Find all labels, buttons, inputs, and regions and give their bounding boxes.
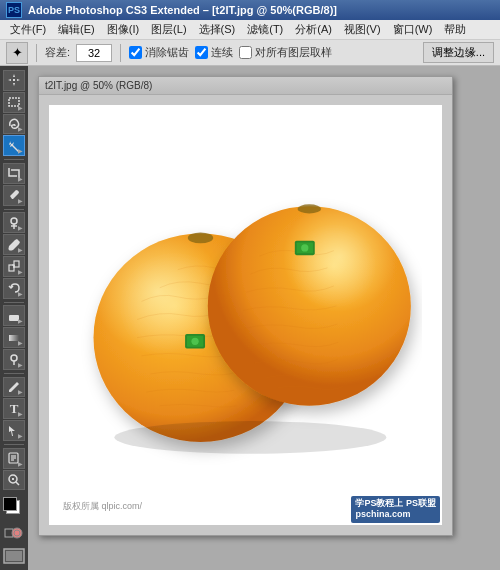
menu-bar: 文件(F) 编辑(E) 图像(I) 图层(L) 选择(S) 滤镜(T) 分析(A… bbox=[0, 20, 500, 40]
window-title: Adobe Photoshop CS3 Extended – [t2IT.jpg… bbox=[28, 4, 337, 16]
contiguous-label: 连续 bbox=[211, 45, 233, 60]
tool-marquee[interactable]: ▶ bbox=[3, 92, 25, 113]
all-layers-label: 对所有图层取样 bbox=[255, 45, 332, 60]
contiguous-group: 连续 bbox=[195, 45, 233, 60]
document-title: t2IT.jpg @ 50% (RGB/8) bbox=[45, 80, 152, 91]
watermark-right: 学PS教程上 PS联盟pschina.com bbox=[351, 496, 440, 523]
screen-mode-btn[interactable] bbox=[3, 548, 25, 566]
svg-point-32 bbox=[207, 206, 410, 406]
all-layers-group: 对所有图层取样 bbox=[239, 45, 332, 60]
tool-gradient[interactable]: ▶ bbox=[3, 327, 25, 348]
toolbox: ▶ ▶ ▶ ▶ ▶ ▶ ▶ ▶ bbox=[0, 66, 28, 570]
tolerance-label: 容差: bbox=[45, 45, 70, 60]
document-title-bar: t2IT.jpg @ 50% (RGB/8) bbox=[39, 77, 452, 95]
tool-eyedropper[interactable]: ▶ bbox=[3, 185, 25, 206]
quick-mask-btn[interactable] bbox=[3, 521, 25, 545]
tool-clone[interactable]: ▶ bbox=[3, 256, 25, 277]
tool-pen[interactable]: ▶ bbox=[3, 377, 25, 398]
svg-point-27 bbox=[187, 232, 212, 243]
document-window: t2IT.jpg @ 50% (RGB/8) bbox=[38, 76, 453, 536]
svg-point-30 bbox=[191, 338, 198, 345]
svg-point-36 bbox=[301, 244, 308, 251]
menu-image[interactable]: 图像(I) bbox=[101, 20, 145, 39]
tool-sep-4 bbox=[4, 373, 24, 374]
oranges-image bbox=[69, 126, 423, 504]
svg-rect-5 bbox=[14, 261, 19, 267]
ps-logo: PS bbox=[6, 2, 22, 18]
tool-magic-wand[interactable]: ▶ bbox=[3, 135, 25, 156]
tool-dodge[interactable]: ▶ bbox=[3, 349, 25, 370]
tolerance-input[interactable] bbox=[76, 44, 112, 62]
image-canvas: 版权所属 qlpic.com/ 学PS教程上 PS联盟pschina.com bbox=[49, 105, 442, 525]
tool-icon-display: ✦ bbox=[6, 42, 28, 64]
tool-eraser[interactable]: ▶ bbox=[3, 305, 25, 326]
canvas-area: t2IT.jpg @ 50% (RGB/8) bbox=[28, 66, 500, 570]
all-layers-checkbox[interactable] bbox=[239, 46, 252, 59]
svg-line-17 bbox=[16, 482, 19, 485]
menu-filter[interactable]: 滤镜(T) bbox=[241, 20, 289, 39]
tool-notes[interactable]: ▶ bbox=[3, 448, 25, 469]
antialias-label: 消除锯齿 bbox=[145, 45, 189, 60]
tool-zoom[interactable] bbox=[3, 470, 25, 491]
contiguous-checkbox[interactable] bbox=[195, 46, 208, 59]
svg-point-1 bbox=[11, 218, 17, 224]
menu-analysis[interactable]: 分析(A) bbox=[289, 20, 338, 39]
tool-brush[interactable]: ▶ bbox=[3, 234, 25, 255]
tool-sep-1 bbox=[4, 159, 24, 160]
svg-point-37 bbox=[114, 421, 386, 454]
antialias-checkbox[interactable] bbox=[129, 46, 142, 59]
menu-file[interactable]: 文件(F) bbox=[4, 20, 52, 39]
svg-point-10 bbox=[11, 355, 17, 361]
adjust-edge-button[interactable]: 调整边缘... bbox=[423, 42, 494, 63]
watermark-right-text: 学PS教程上 PS联盟pschina.com bbox=[355, 498, 436, 521]
title-bar: PS Adobe Photoshop CS3 Extended – [t2IT.… bbox=[0, 0, 500, 20]
options-divider-1 bbox=[36, 44, 37, 62]
tool-lasso[interactable]: ▶ bbox=[3, 114, 25, 135]
svg-point-33 bbox=[297, 204, 321, 213]
menu-window[interactable]: 窗口(W) bbox=[387, 20, 439, 39]
tool-type[interactable]: T ▶ bbox=[3, 398, 25, 419]
options-bar: ✦ 容差: 消除锯齿 连续 对所有图层取样 调整边缘... bbox=[0, 40, 500, 66]
tool-path-select[interactable]: ▶ bbox=[3, 420, 25, 441]
tool-heal[interactable]: ▶ bbox=[3, 212, 25, 233]
menu-edit[interactable]: 编辑(E) bbox=[52, 20, 101, 39]
tool-sep-5 bbox=[4, 444, 24, 445]
menu-layer[interactable]: 图层(L) bbox=[145, 20, 192, 39]
tool-crop[interactable]: ▶ bbox=[3, 163, 25, 184]
canvas-content[interactable]: 版权所属 qlpic.com/ 学PS教程上 PS联盟pschina.com bbox=[39, 95, 452, 535]
workspace: ▶ ▶ ▶ ▶ ▶ ▶ ▶ ▶ bbox=[0, 66, 500, 570]
tool-sep-2 bbox=[4, 209, 24, 210]
menu-view[interactable]: 视图(V) bbox=[338, 20, 387, 39]
foreground-color[interactable] bbox=[3, 497, 25, 518]
tool-move[interactable] bbox=[3, 70, 25, 91]
tool-sep-3 bbox=[4, 302, 24, 303]
svg-rect-24 bbox=[6, 551, 22, 561]
watermark-left: 版权所属 qlpic.com/ bbox=[63, 500, 142, 513]
antialias-group: 消除锯齿 bbox=[129, 45, 189, 60]
menu-help[interactable]: 帮助 bbox=[438, 20, 472, 39]
options-divider-2 bbox=[120, 44, 121, 62]
svg-rect-4 bbox=[9, 265, 14, 271]
menu-select[interactable]: 选择(S) bbox=[193, 20, 242, 39]
tool-history-brush[interactable]: ▶ bbox=[3, 278, 25, 299]
